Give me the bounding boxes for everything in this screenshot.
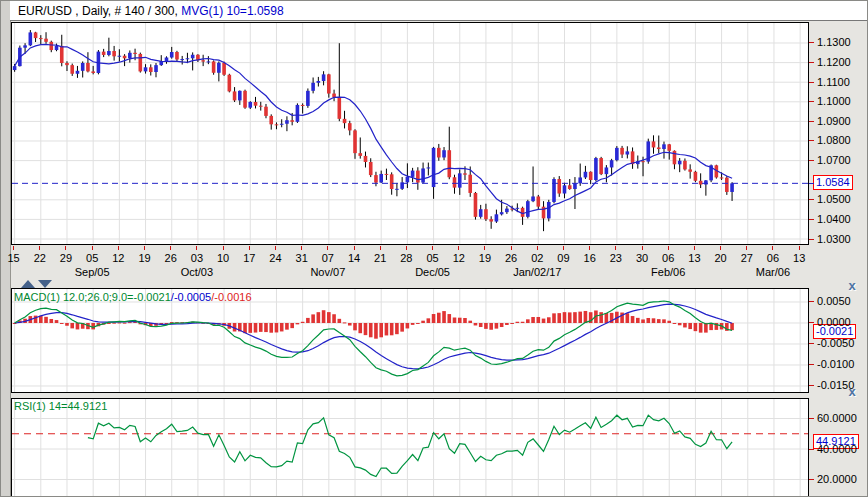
date-month-label: Feb/06 [651,266,685,278]
date-tick-mark [170,246,171,250]
price-tick-label: 1.1300 [817,36,851,49]
date-tick-mark [563,246,564,250]
date-tick-mark [537,246,538,250]
price-tick-label: 1.0300 [817,233,851,246]
price-tick-mark [809,160,814,161]
date-day-label: 15 [7,252,19,264]
date-day-label: 12 [112,252,124,264]
price-tick-mark [809,42,814,43]
date-tick-mark [275,246,276,250]
date-day-label: 22 [34,252,46,264]
rsi-chart[interactable] [11,398,809,497]
date-tick-mark [223,246,224,250]
date-tick-mark [354,246,355,250]
macd-axis[interactable]: -0.0021 0.00500.0000-0.0050-0.0100-0.015… [808,288,868,396]
date-tick-mark [694,246,695,250]
macd-value-histogram: /-0.0016 [211,291,251,303]
price-tick-label: 1.1200 [817,56,851,69]
macd-close-button[interactable]: x [845,280,859,292]
date-tick-mark [65,246,66,250]
panel-scroll-buttons [11,280,71,288]
date-tick-mark [458,246,459,250]
chart-window: EUR/USD , Daily, # 140 / 300, MVG(1) 10=… [0,0,868,497]
rsi-tick-mark [809,479,814,480]
rsi-tick-label: 40.0000 [817,443,857,456]
date-day-label: 20 [714,252,726,264]
date-day-label: 05 [86,252,98,264]
date-day-label: 16 [584,252,596,264]
date-tick-mark [799,246,800,250]
scroll-up-button triangle-up-icon[interactable] [21,280,35,288]
date-month-label: Dec/05 [415,266,450,278]
date-day-label: 23 [610,252,622,264]
date-day-label: 13 [688,252,700,264]
title-mvg-indicator: MVG(1) 10=1.0598 [181,4,283,18]
rsi-close-button[interactable]: x [845,386,859,398]
price-axis[interactable]: 1.0584 1.13001.12001.11001.10001.09001.0… [808,22,868,248]
date-tick-mark [118,246,119,250]
price-current-badge: 1.0584 [813,175,853,190]
date-tick-mark [144,246,145,250]
rsi-tick-mark [809,449,814,450]
macd-value-main: MACD(1) 12.0;26.0;9.0=-0.0021 [14,291,171,303]
macd-tick-label: 0.0000 [817,316,851,329]
date-day-label: 26 [505,252,517,264]
price-tick-mark [809,62,814,63]
macd-tick-mark [809,301,814,302]
scroll-down-button triangle-down-icon[interactable] [38,280,52,288]
price-tick-mark [809,101,814,102]
date-day-label: 09 [557,252,569,264]
date-day-label: 14 [348,252,360,264]
macd-tick-label: -0.0100 [817,358,854,371]
date-tick-mark [615,246,616,250]
date-tick-mark [13,246,14,250]
date-day-label: 17 [243,252,255,264]
date-tick-mark [432,246,433,250]
date-tick-mark [196,246,197,250]
rsi-tick-label: 60.0000 [817,412,857,425]
date-day-label: 02 [531,252,543,264]
date-tick-mark [39,246,40,250]
window-titlebar[interactable]: EUR/USD , Daily, # 140 / 300, MVG(1) 10=… [10,1,868,21]
date-day-label: 10 [217,252,229,264]
price-tick-label: 1.1000 [817,95,851,108]
macd-value-signal: /-0.0005 [171,291,211,303]
date-day-label: 05 [426,252,438,264]
price-tick-mark [809,219,814,220]
date-day-label: 06 [662,252,674,264]
title-symbol: EUR/USD , Daily, # 140 / 300, [18,4,181,18]
date-axis[interactable]: 1522290512192603101724310714212805121926… [11,246,809,279]
date-tick-mark [668,246,669,250]
date-day-label: 26 [165,252,177,264]
date-day-label: 30 [636,252,648,264]
date-tick-mark [380,246,381,250]
macd-chart[interactable] [11,288,809,393]
date-tick-mark [642,246,643,250]
date-tick-mark [511,246,512,250]
date-month-label: Jan/02/17 [513,266,561,278]
price-tick-label: 1.1100 [817,76,850,89]
date-tick-mark [249,246,250,250]
macd-tick-mark [809,343,814,344]
rsi-axis[interactable]: 44.9121 60.000040.000020.0000 [808,398,868,497]
rsi-value: RSI(1) 14=44.9121 [14,400,107,412]
price-chart[interactable] [11,22,809,245]
macd-tick-mark [809,385,814,386]
date-tick-mark [746,246,747,250]
close-icon: x [848,384,855,399]
date-day-label: 13 [793,252,805,264]
date-month-label: Sep/05 [75,266,110,278]
date-tick-mark [301,246,302,250]
window-left-edge [1,1,11,497]
price-tick-label: 1.0400 [817,213,851,226]
date-day-label: 31 [296,252,308,264]
price-tick-label: 1.0900 [817,115,851,128]
macd-tick-label: -0.0050 [817,337,854,350]
date-tick-mark [92,246,93,250]
price-current-tick [809,183,814,184]
date-month-label: Nov/07 [310,266,345,278]
macd-tick-mark [809,364,814,365]
date-day-label: 28 [400,252,412,264]
date-day-label: 29 [60,252,72,264]
date-day-label: 06 [767,252,779,264]
